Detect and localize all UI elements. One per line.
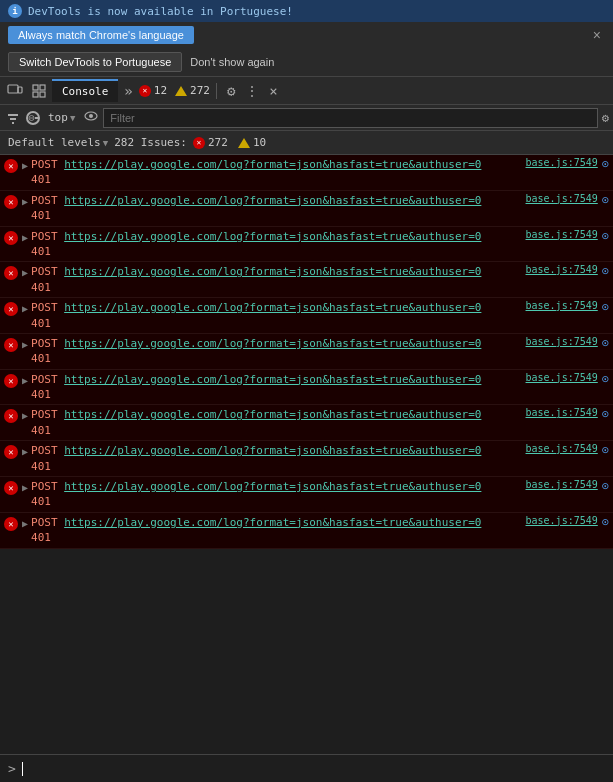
table-row[interactable]: ✕ ▶ POST https://play.google.com/log?for… xyxy=(0,334,613,370)
network-request-icon[interactable]: ⊙ xyxy=(602,372,609,386)
error-count: 12 xyxy=(154,84,167,97)
log-source-link[interactable]: base.js:7549 xyxy=(526,372,598,383)
log-source-link[interactable]: base.js:7549 xyxy=(526,193,598,204)
filter-input[interactable] xyxy=(103,108,597,128)
info-bar: i DevTools is now available in Portugues… xyxy=(0,0,613,22)
table-row[interactable]: ✕ ▶ POST https://play.google.com/log?for… xyxy=(0,441,613,477)
network-request-icon[interactable]: ⊙ xyxy=(602,193,609,207)
issues-error-count: 272 xyxy=(208,136,228,149)
error-icon: ✕ xyxy=(4,338,18,352)
expand-icon[interactable]: ▶ xyxy=(22,196,28,207)
log-source-link[interactable]: base.js:7549 xyxy=(526,229,598,240)
more-options-icon[interactable]: ⋮ xyxy=(241,83,263,99)
settings-icon[interactable]: ⚙ xyxy=(223,83,239,99)
table-row[interactable]: ✕ ▶ POST https://play.google.com/log?for… xyxy=(0,370,613,406)
expand-icon[interactable]: ▶ xyxy=(22,446,28,457)
info-text: DevTools is now available in Portuguese! xyxy=(28,5,293,18)
table-row[interactable]: ✕ ▶ POST https://play.google.com/log?for… xyxy=(0,262,613,298)
log-content: POST https://play.google.com/log?format=… xyxy=(31,479,517,510)
network-request-icon[interactable]: ⊙ xyxy=(602,407,609,421)
log-method: POST xyxy=(31,444,64,457)
log-url[interactable]: https://play.google.com/log?format=json&… xyxy=(64,408,481,421)
log-url[interactable]: https://play.google.com/log?format=json&… xyxy=(64,516,481,529)
log-source: base.js:7549 xyxy=(518,407,598,418)
table-row[interactable]: ✕ ▶ POST https://play.google.com/log?for… xyxy=(0,405,613,441)
log-source-link[interactable]: base.js:7549 xyxy=(526,479,598,490)
filter-settings-icon[interactable]: ⚙ xyxy=(602,111,609,125)
network-request-icon[interactable]: ⊙ xyxy=(602,336,609,350)
table-row[interactable]: ✕ ▶ POST https://play.google.com/log?for… xyxy=(0,191,613,227)
table-row[interactable]: ✕ ▶ POST https://play.google.com/log?for… xyxy=(0,227,613,263)
eye-icon[interactable] xyxy=(83,108,99,127)
network-request-icon[interactable]: ⊙ xyxy=(602,443,609,457)
log-method: POST xyxy=(31,158,64,171)
log-source-link[interactable]: base.js:7549 xyxy=(526,407,598,418)
log-url[interactable]: https://play.google.com/log?format=json&… xyxy=(64,444,481,457)
match-language-button[interactable]: Always match Chrome's language xyxy=(8,26,194,44)
log-status: 401 xyxy=(31,281,51,294)
expand-icon[interactable]: ▶ xyxy=(22,232,28,243)
log-source-link[interactable]: base.js:7549 xyxy=(526,336,598,347)
error-icon: ✕ xyxy=(4,231,18,245)
expand-icon[interactable]: ▶ xyxy=(22,303,28,314)
network-request-icon[interactable]: ⊙ xyxy=(602,479,609,493)
expand-icon[interactable]: ▶ xyxy=(22,482,28,493)
log-source: base.js:7549 xyxy=(518,372,598,383)
issues-warn-badge: 10 xyxy=(238,136,266,149)
error-icon: ✕ xyxy=(4,517,18,531)
log-method: POST xyxy=(31,516,64,529)
log-url[interactable]: https://play.google.com/log?format=json&… xyxy=(64,337,481,350)
expand-icon[interactable]: ▶ xyxy=(22,410,28,421)
context-selector[interactable]: top ▼ xyxy=(44,111,79,124)
log-url[interactable]: https://play.google.com/log?format=json&… xyxy=(64,480,481,493)
switch-devtools-button[interactable]: Switch DevTools to Portuguese xyxy=(8,52,182,72)
log-source: base.js:7549 xyxy=(518,443,598,454)
network-request-icon[interactable]: ⊙ xyxy=(602,300,609,314)
no-show-button[interactable]: Don't show again xyxy=(190,56,274,68)
log-content: POST https://play.google.com/log?format=… xyxy=(31,443,517,474)
network-request-icon[interactable]: ⊙ xyxy=(602,515,609,529)
network-request-icon[interactable]: ⊙ xyxy=(602,157,609,171)
close-devtools-icon[interactable]: × xyxy=(265,83,281,99)
error-icon: ✕ xyxy=(4,159,18,173)
log-url[interactable]: https://play.google.com/log?format=json&… xyxy=(64,373,481,386)
log-url[interactable]: https://play.google.com/log?format=json&… xyxy=(64,301,481,314)
elements-icon[interactable] xyxy=(28,80,50,102)
levels-dropdown[interactable]: Default levels ▼ xyxy=(8,136,108,149)
expand-icon[interactable]: ▶ xyxy=(22,375,28,386)
table-row[interactable]: ✕ ▶ POST https://play.google.com/log?for… xyxy=(0,298,613,334)
log-source-link[interactable]: base.js:7549 xyxy=(526,157,598,168)
issues-error-icon: ✕ xyxy=(193,137,205,149)
expand-icon[interactable]: ▶ xyxy=(22,339,28,350)
error-icon: ✕ xyxy=(4,302,18,316)
error-icon: ✕ xyxy=(4,481,18,495)
ban-icon[interactable] xyxy=(4,109,22,127)
table-row[interactable]: ✕ ▶ POST https://play.google.com/log?for… xyxy=(0,477,613,513)
expand-icon[interactable]: ▶ xyxy=(22,518,28,529)
more-tabs-button[interactable]: » xyxy=(120,83,136,99)
log-source-link[interactable]: base.js:7549 xyxy=(526,515,598,526)
log-url[interactable]: https://play.google.com/log?format=json&… xyxy=(64,265,481,278)
log-method: POST xyxy=(31,373,64,386)
log-content: POST https://play.google.com/log?format=… xyxy=(31,300,517,331)
expand-icon[interactable]: ▶ xyxy=(22,160,28,171)
log-source-link[interactable]: base.js:7549 xyxy=(526,443,598,454)
close-lang-button[interactable]: × xyxy=(589,27,605,43)
console-tab[interactable]: Console xyxy=(52,79,118,102)
log-url[interactable]: https://play.google.com/log?format=json&… xyxy=(64,230,481,243)
network-request-icon[interactable]: ⊙ xyxy=(602,264,609,278)
warn-count: 272 xyxy=(190,84,210,97)
network-request-icon[interactable]: ⊙ xyxy=(602,229,609,243)
filter-bar: top ▼ ⚙ xyxy=(0,105,613,131)
clear-console-icon[interactable] xyxy=(26,111,40,125)
log-url[interactable]: https://play.google.com/log?format=json&… xyxy=(64,194,481,207)
log-url[interactable]: https://play.google.com/log?format=json&… xyxy=(64,158,481,171)
expand-icon[interactable]: ▶ xyxy=(22,267,28,278)
log-method: POST xyxy=(31,230,64,243)
table-row[interactable]: ✕ ▶ POST https://play.google.com/log?for… xyxy=(0,513,613,549)
svg-rect-0 xyxy=(8,85,18,93)
log-source-link[interactable]: base.js:7549 xyxy=(526,264,598,275)
table-row[interactable]: ✕ ▶ POST https://play.google.com/log?for… xyxy=(0,155,613,191)
log-source-link[interactable]: base.js:7549 xyxy=(526,300,598,311)
device-toggle-icon[interactable] xyxy=(4,80,26,102)
